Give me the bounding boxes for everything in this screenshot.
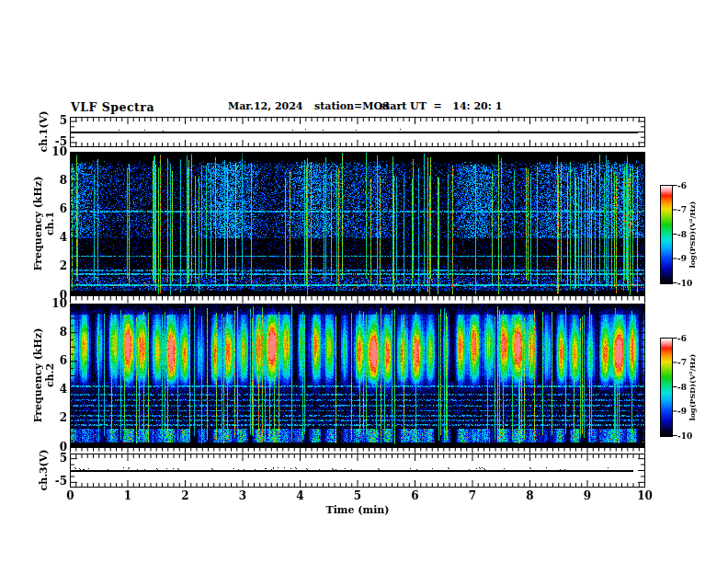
voltage-tick-label: 5 (38, 453, 67, 465)
time-axis-title: Time (min) (325, 504, 389, 516)
time-tick-label: 5 (344, 490, 371, 502)
frequency-tick-label: 4 (38, 232, 67, 244)
colorbar-tick-label: -10 (677, 279, 692, 288)
ch1-frequency-axis-title: Frequency (kHz) (32, 177, 44, 271)
frequency-tick-label: 4 (38, 384, 67, 396)
colorbar-tick-label: -8 (677, 383, 687, 392)
voltage-tick-label: -5 (38, 476, 67, 488)
colorbar-tick-label: -7 (677, 205, 687, 214)
colorbar-ch2 (661, 339, 672, 436)
vlf-spectra-figure: VLF Spectra Mar.12, 2024 station=MOS sta… (0, 0, 728, 563)
frequency-tick-label: 6 (38, 355, 67, 367)
time-tick-label: 0 (57, 490, 85, 502)
ch2-frequency-axis-title: Frequency (kHz) (32, 328, 44, 423)
frequency-tick-label: 10 (38, 298, 67, 310)
colorbar-tick-label: -6 (677, 334, 687, 343)
colorbar-tick-label: -6 (677, 181, 687, 190)
time-tick-label: 8 (517, 490, 544, 502)
time-tick-label: 6 (402, 490, 429, 502)
time-tick-label: 3 (229, 490, 256, 502)
time-tick-label: 4 (287, 490, 314, 502)
time-tick-label: 10 (631, 490, 659, 502)
colorbar-ch1-title: log(PSD)(V²/Hz) (688, 201, 697, 269)
colorbar-tick-label: -9 (677, 254, 687, 263)
time-tick-label: 1 (114, 490, 142, 502)
colorbar-tick-label: -9 (677, 407, 687, 416)
frequency-tick-label: 8 (38, 327, 67, 339)
frequency-tick-label: 6 (38, 203, 67, 215)
colorbar-ch1 (661, 186, 672, 283)
colorbar-tick-label: -7 (677, 358, 687, 367)
frequency-tick-label: 2 (38, 260, 67, 272)
colorbar-tick-label: -10 (677, 431, 692, 441)
voltage-tick-label: 5 (38, 115, 67, 127)
frequency-tick-label: 2 (38, 412, 67, 424)
time-tick-label: 9 (574, 490, 601, 502)
axes-ticks-layer (0, 0, 728, 563)
time-tick-label: 2 (172, 490, 199, 502)
frequency-tick-label: 8 (38, 175, 67, 187)
time-tick-label: 7 (459, 490, 486, 502)
colorbar-ch2-title: log(PSD)(V²/Hz) (688, 354, 697, 421)
voltage-tick-label: -5 (38, 136, 67, 148)
colorbar-tick-label: -8 (677, 230, 687, 239)
